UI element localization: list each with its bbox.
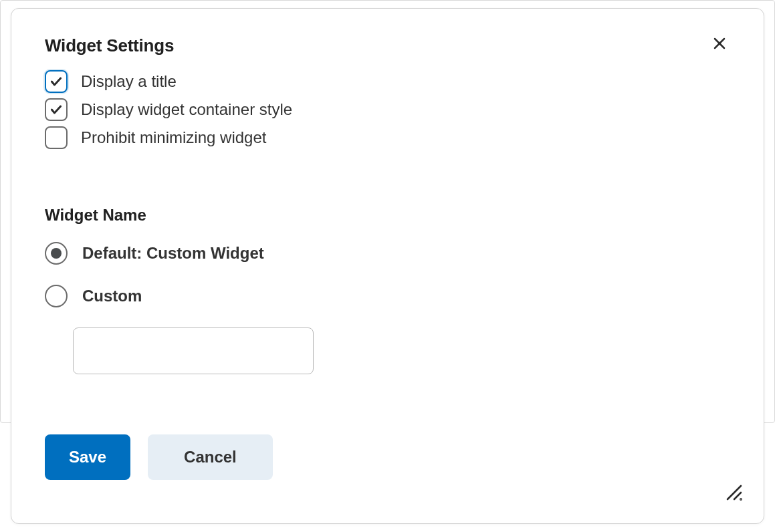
custom-name-input[interactable]: [73, 327, 314, 374]
cancel-button[interactable]: Cancel: [148, 434, 273, 480]
checkbox-row-container-style: Display widget container style: [45, 96, 730, 123]
dialog-header: Widget Settings: [45, 35, 730, 56]
widget-name-heading: Widget Name: [45, 206, 730, 225]
checkbox-display-title[interactable]: [45, 70, 68, 93]
button-row: Save Cancel: [45, 434, 730, 480]
radio-label-custom[interactable]: Custom: [82, 287, 142, 305]
close-button[interactable]: [709, 33, 730, 54]
checkbox-label-prohibit-minimize[interactable]: Prohibit minimizing widget: [81, 128, 266, 147]
resize-icon: [724, 482, 744, 502]
checkbox-label-display-title[interactable]: Display a title: [81, 72, 177, 91]
checkbox-container-style[interactable]: [45, 98, 68, 121]
radio-default[interactable]: [45, 242, 68, 265]
radio-row-custom: Custom: [45, 285, 730, 307]
radio-label-default[interactable]: Default: Custom Widget: [82, 244, 264, 263]
resize-handle[interactable]: [724, 482, 744, 505]
checkbox-row-prohibit-minimize: Prohibit minimizing widget: [45, 124, 730, 151]
svg-line-2: [728, 486, 741, 499]
check-icon: [49, 75, 63, 88]
radio-custom[interactable]: [45, 285, 68, 307]
radio-row-default: Default: Custom Widget: [45, 242, 730, 265]
save-button[interactable]: Save: [45, 434, 130, 480]
svg-line-3: [734, 493, 741, 499]
checkbox-row-display-title: Display a title: [45, 68, 730, 95]
check-icon: [49, 103, 63, 116]
checkbox-label-container-style[interactable]: Display widget container style: [81, 100, 292, 119]
radio-dot-icon: [51, 248, 62, 259]
close-icon: [711, 35, 728, 51]
widget-settings-dialog: Widget Settings Display a title Display …: [11, 8, 764, 524]
svg-point-4: [740, 499, 741, 499]
checkbox-prohibit-minimize[interactable]: [45, 126, 68, 149]
dialog-title: Widget Settings: [45, 35, 174, 56]
